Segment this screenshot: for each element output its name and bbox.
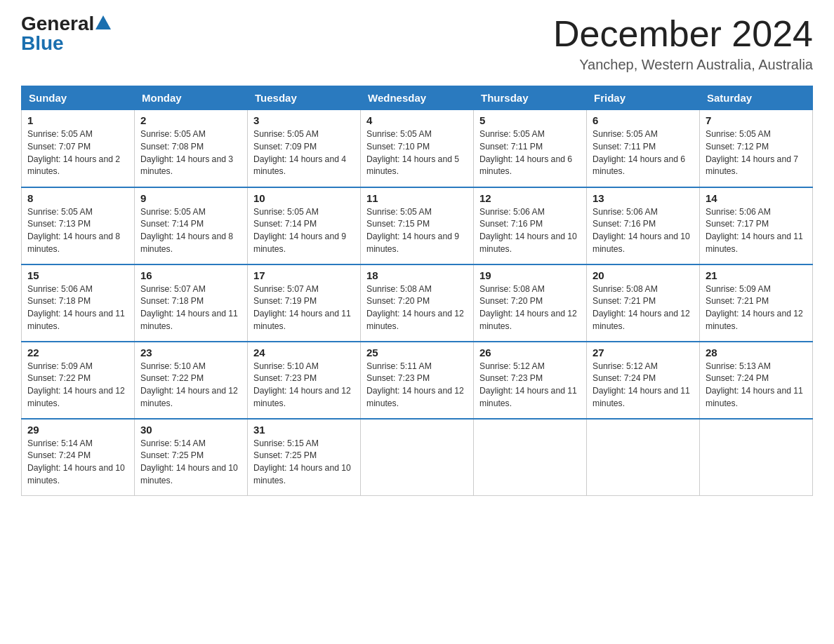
- calendar-cell: 19 Sunrise: 5:08 AMSunset: 7:20 PMDaylig…: [474, 264, 587, 342]
- day-number: 31: [253, 424, 355, 436]
- col-header-wednesday: Wednesday: [361, 86, 474, 110]
- calendar-cell: 24 Sunrise: 5:10 AMSunset: 7:23 PMDaylig…: [248, 342, 361, 419]
- col-header-tuesday: Tuesday: [248, 86, 361, 110]
- day-info: Sunrise: 5:14 AMSunset: 7:24 PMDaylight:…: [27, 438, 128, 488]
- calendar-cell: 30 Sunrise: 5:14 AMSunset: 7:25 PMDaylig…: [135, 419, 248, 496]
- day-number: 22: [27, 347, 128, 358]
- calendar-cell: 14 Sunrise: 5:06 AMSunset: 7:17 PMDaylig…: [700, 187, 813, 264]
- calendar-cell: 26 Sunrise: 5:12 AMSunset: 7:23 PMDaylig…: [474, 342, 587, 419]
- col-header-sunday: Sunday: [22, 86, 135, 110]
- day-number: 19: [479, 269, 581, 281]
- day-number: 9: [140, 192, 241, 204]
- day-number: 16: [140, 269, 241, 281]
- day-info: Sunrise: 5:07 AMSunset: 7:18 PMDaylight:…: [140, 283, 241, 333]
- week-row-4: 22 Sunrise: 5:09 AMSunset: 7:22 PMDaylig…: [22, 342, 813, 419]
- day-info: Sunrise: 5:05 AMSunset: 7:08 PMDaylight:…: [140, 128, 241, 178]
- calendar-cell: 9 Sunrise: 5:05 AMSunset: 7:14 PMDayligh…: [135, 187, 248, 264]
- calendar-cell: 27 Sunrise: 5:12 AMSunset: 7:24 PMDaylig…: [587, 342, 700, 419]
- day-info: Sunrise: 5:06 AMSunset: 7:16 PMDaylight:…: [593, 206, 694, 256]
- day-number: 11: [366, 192, 468, 204]
- day-number: 20: [593, 269, 694, 281]
- day-info: Sunrise: 5:10 AMSunset: 7:22 PMDaylight:…: [140, 361, 241, 410]
- week-row-1: 1 Sunrise: 5:05 AMSunset: 7:07 PMDayligh…: [22, 110, 813, 187]
- day-info: Sunrise: 5:09 AMSunset: 7:22 PMDaylight:…: [27, 361, 128, 410]
- day-number: 3: [253, 114, 355, 126]
- calendar-cell: 10 Sunrise: 5:05 AMSunset: 7:14 PMDaylig…: [248, 187, 361, 264]
- logo-blue: Blue: [21, 34, 64, 53]
- week-row-2: 8 Sunrise: 5:05 AMSunset: 7:13 PMDayligh…: [22, 187, 813, 264]
- day-number: 21: [706, 269, 807, 281]
- day-number: 29: [27, 424, 128, 436]
- day-info: Sunrise: 5:06 AMSunset: 7:18 PMDaylight:…: [27, 283, 128, 333]
- day-number: 10: [253, 192, 355, 204]
- day-info: Sunrise: 5:10 AMSunset: 7:23 PMDaylight:…: [253, 361, 355, 410]
- day-number: 30: [140, 424, 241, 436]
- day-info: Sunrise: 5:15 AMSunset: 7:25 PMDaylight:…: [253, 438, 355, 488]
- day-info: Sunrise: 5:05 AMSunset: 7:15 PMDaylight:…: [366, 206, 468, 256]
- calendar-cell: 21 Sunrise: 5:09 AMSunset: 7:21 PMDaylig…: [700, 264, 813, 342]
- day-number: 28: [706, 347, 807, 358]
- calendar-cell: 22 Sunrise: 5:09 AMSunset: 7:22 PMDaylig…: [22, 342, 135, 419]
- day-number: 4: [366, 114, 468, 126]
- day-info: Sunrise: 5:06 AMSunset: 7:17 PMDaylight:…: [706, 206, 807, 256]
- day-info: Sunrise: 5:06 AMSunset: 7:16 PMDaylight:…: [479, 206, 581, 256]
- day-info: Sunrise: 5:08 AMSunset: 7:21 PMDaylight:…: [593, 283, 694, 333]
- calendar-table: SundayMondayTuesdayWednesdayThursdayFrid…: [21, 86, 813, 496]
- day-number: 2: [140, 114, 241, 126]
- calendar-cell: 16 Sunrise: 5:07 AMSunset: 7:18 PMDaylig…: [135, 264, 248, 342]
- title-block: December 2024 Yanchep, Western Australia…: [553, 14, 813, 73]
- calendar-cell: 23 Sunrise: 5:10 AMSunset: 7:22 PMDaylig…: [135, 342, 248, 419]
- day-info: Sunrise: 5:05 AMSunset: 7:11 PMDaylight:…: [593, 128, 694, 178]
- calendar-cell: 5 Sunrise: 5:05 AMSunset: 7:11 PMDayligh…: [474, 110, 587, 187]
- svg-marker-0: [95, 15, 111, 29]
- logo: General Blue: [21, 14, 111, 53]
- calendar-cell: 6 Sunrise: 5:05 AMSunset: 7:11 PMDayligh…: [587, 110, 700, 187]
- calendar-cell: 28 Sunrise: 5:13 AMSunset: 7:24 PMDaylig…: [700, 342, 813, 419]
- calendar-cell: 2 Sunrise: 5:05 AMSunset: 7:08 PMDayligh…: [135, 110, 248, 187]
- col-header-friday: Friday: [587, 86, 700, 110]
- day-info: Sunrise: 5:14 AMSunset: 7:25 PMDaylight:…: [140, 438, 241, 488]
- calendar-cell: 20 Sunrise: 5:08 AMSunset: 7:21 PMDaylig…: [587, 264, 700, 342]
- month-title: December 2024: [553, 14, 813, 54]
- week-row-5: 29 Sunrise: 5:14 AMSunset: 7:24 PMDaylig…: [22, 419, 813, 496]
- calendar-cell: 29 Sunrise: 5:14 AMSunset: 7:24 PMDaylig…: [22, 419, 135, 496]
- day-number: 17: [253, 269, 355, 281]
- day-number: 27: [593, 347, 694, 358]
- day-info: Sunrise: 5:11 AMSunset: 7:23 PMDaylight:…: [366, 361, 468, 410]
- day-info: Sunrise: 5:05 AMSunset: 7:14 PMDaylight:…: [253, 206, 355, 256]
- calendar-cell: 8 Sunrise: 5:05 AMSunset: 7:13 PMDayligh…: [22, 187, 135, 264]
- day-number: 7: [706, 114, 807, 126]
- day-info: Sunrise: 5:05 AMSunset: 7:10 PMDaylight:…: [366, 128, 468, 178]
- page-header: General Blue December 2024 Yanchep, West…: [21, 14, 813, 73]
- day-info: Sunrise: 5:07 AMSunset: 7:19 PMDaylight:…: [253, 283, 355, 333]
- calendar-header-row: SundayMondayTuesdayWednesdayThursdayFrid…: [22, 86, 813, 110]
- calendar-cell: 31 Sunrise: 5:15 AMSunset: 7:25 PMDaylig…: [248, 419, 361, 496]
- day-info: Sunrise: 5:08 AMSunset: 7:20 PMDaylight:…: [479, 283, 581, 333]
- col-header-monday: Monday: [135, 86, 248, 110]
- day-info: Sunrise: 5:13 AMSunset: 7:24 PMDaylight:…: [706, 361, 807, 410]
- day-info: Sunrise: 5:05 AMSunset: 7:07 PMDaylight:…: [27, 128, 128, 178]
- day-number: 5: [479, 114, 581, 126]
- calendar-cell: [587, 419, 700, 496]
- calendar-cell: 12 Sunrise: 5:06 AMSunset: 7:16 PMDaylig…: [474, 187, 587, 264]
- day-number: 25: [366, 347, 468, 358]
- day-number: 24: [253, 347, 355, 358]
- calendar-cell: 17 Sunrise: 5:07 AMSunset: 7:19 PMDaylig…: [248, 264, 361, 342]
- day-info: Sunrise: 5:08 AMSunset: 7:20 PMDaylight:…: [366, 283, 468, 333]
- calendar-cell: 7 Sunrise: 5:05 AMSunset: 7:12 PMDayligh…: [700, 110, 813, 187]
- day-info: Sunrise: 5:05 AMSunset: 7:12 PMDaylight:…: [706, 128, 807, 178]
- day-number: 8: [27, 192, 128, 204]
- location-title: Yanchep, Western Australia, Australia: [553, 57, 813, 73]
- week-row-3: 15 Sunrise: 5:06 AMSunset: 7:18 PMDaylig…: [22, 264, 813, 342]
- day-number: 1: [27, 114, 128, 126]
- logo-triangle-icon: [95, 15, 111, 29]
- calendar-cell: [361, 419, 474, 496]
- day-number: 13: [593, 192, 694, 204]
- col-header-thursday: Thursday: [474, 86, 587, 110]
- day-info: Sunrise: 5:12 AMSunset: 7:24 PMDaylight:…: [593, 361, 694, 410]
- day-number: 12: [479, 192, 581, 204]
- day-number: 18: [366, 269, 468, 281]
- col-header-saturday: Saturday: [700, 86, 813, 110]
- day-number: 23: [140, 347, 241, 358]
- day-number: 14: [706, 192, 807, 204]
